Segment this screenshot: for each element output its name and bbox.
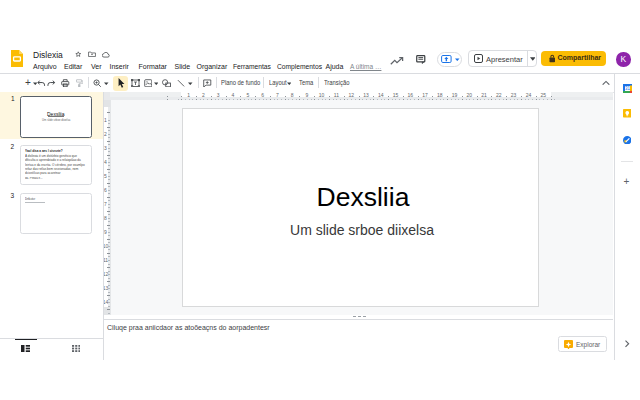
svg-text:31: 31	[624, 86, 630, 91]
